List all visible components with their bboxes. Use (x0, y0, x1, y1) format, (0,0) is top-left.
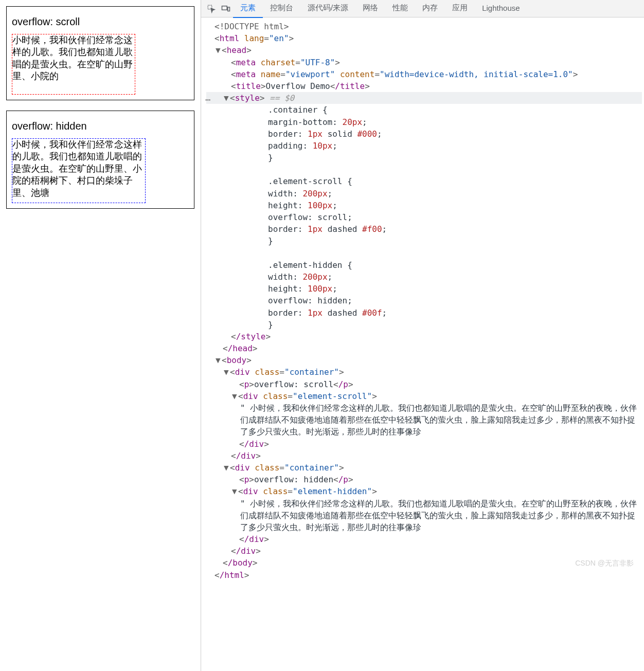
svg-rect-1 (222, 6, 227, 10)
head-close-row[interactable]: </head> (206, 342, 642, 354)
element-hidden-box: 小时候，我和伙伴们经常念这样的儿歌。我们也都知道儿歌唱的是萤火虫。在空旷的山野里… (12, 138, 146, 203)
p-scroll-row[interactable]: <p>overflow: scroll</p> (206, 378, 642, 390)
container-scroll: overflow: scroll 小时候，我和伙伴们经常念这样的儿歌。我们也都知… (6, 6, 194, 100)
watermark: CSDN @无言非影 (575, 559, 634, 568)
div-hidden-close[interactable]: </div> (206, 533, 642, 545)
container-hidden: overflow: hidden 小时候，我和伙伴们经常念这样的儿歌。我们也都知… (6, 111, 194, 209)
title-row[interactable]: <title>Overflow Demo</title> (206, 80, 642, 92)
tab-sources[interactable]: 源代码/来源 (300, 0, 355, 18)
tab-console[interactable]: 控制台 (263, 0, 300, 18)
div-scroll-open[interactable]: ▼<div class="element-scroll"> (206, 390, 642, 402)
html-open-row[interactable]: <html lang="en"> (206, 32, 642, 44)
element-scroll-box[interactable]: 小时候，我和伙伴们经常念这样的儿歌。我们也都知道儿歌唱的是萤火虫。在空旷的山野里… (12, 34, 135, 95)
preview-pane: overflow: scroll 小时候，我和伙伴们经常念这样的儿歌。我们也都知… (0, 0, 201, 671)
tab-performance[interactable]: 性能 (385, 0, 415, 18)
head-open-row[interactable]: ▼<head> (206, 44, 642, 56)
tab-elements[interactable]: 元素 (233, 0, 263, 18)
div-container1-close[interactable]: </div> (206, 450, 642, 462)
scroll-heading: overflow: scroll (12, 16, 189, 28)
tab-lighthouse[interactable]: Lighthouse (475, 0, 527, 17)
hidden-heading: overflow: hidden (12, 120, 189, 132)
devtools-pane: 元素 控制台 源代码/来源 网络 性能 内存 应用 Lighthouse <!D… (201, 0, 644, 671)
tab-memory[interactable]: 内存 (415, 0, 445, 18)
div-hidden-open[interactable]: ▼<div class="element-hidden"> (206, 485, 642, 497)
p-hidden-row[interactable]: <p>overflow: hidden</p> (206, 474, 642, 485)
meta-viewport-row[interactable]: <meta name="viewport" content="width=dev… (206, 68, 642, 80)
meta-charset-row[interactable]: <meta charset="UTF-8"> (206, 57, 642, 68)
doctype-row[interactable]: <!DOCTYPE html> (206, 21, 642, 32)
body-open-row[interactable]: ▼<body> (206, 354, 642, 366)
div-container2-close[interactable]: </div> (206, 545, 642, 557)
ellipsis-icon[interactable]: ⋯ (205, 93, 210, 106)
device-toggle-icon[interactable] (219, 2, 233, 16)
text-node-2[interactable]: " 小时候，我和伙伴们经常念这样的儿歌。我们也都知道儿歌唱的是萤火虫。在空旷的山… (206, 498, 642, 534)
css-container: .container { margin-bottom: 20px; border… (206, 104, 642, 331)
svg-rect-2 (228, 7, 230, 11)
div-container2-open[interactable]: ▼<div class="container"> (206, 462, 642, 474)
devtools-tabbar: 元素 控制台 源代码/来源 网络 性能 内存 应用 Lighthouse (201, 0, 644, 17)
inspect-icon[interactable] (204, 2, 219, 16)
div-container1-open[interactable]: ▼<div class="container"> (206, 366, 642, 378)
div-scroll-close[interactable]: </div> (206, 438, 642, 450)
html-close-row[interactable]: </html> (206, 569, 642, 581)
style-close-row[interactable]: </style> (206, 331, 642, 342)
text-node-1[interactable]: " 小时候，我和伙伴们经常念这样的儿歌。我们也都知道儿歌唱的是萤火虫。在空旷的山… (206, 402, 642, 438)
tab-network[interactable]: 网络 (355, 0, 385, 18)
tab-application[interactable]: 应用 (445, 0, 475, 18)
style-open-row[interactable]: ⋯▼<style> == $0 (206, 92, 642, 104)
dom-tree[interactable]: <!DOCTYPE html> <html lang="en"> ▼<head>… (201, 17, 644, 671)
